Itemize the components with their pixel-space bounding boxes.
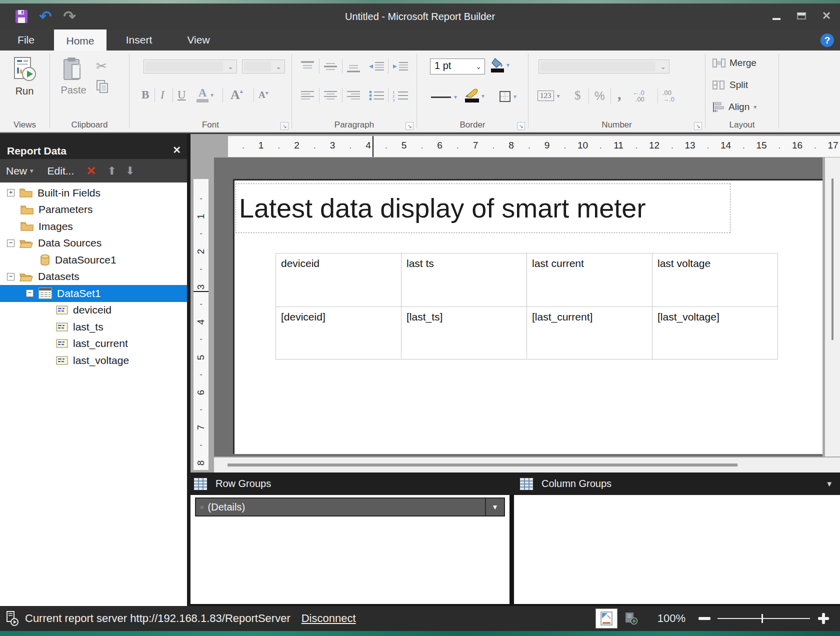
number-dialog-launcher[interactable]: ↘ xyxy=(694,122,702,130)
run-button[interactable]: Run xyxy=(6,56,43,97)
row-group-menu-button[interactable]: ▼ xyxy=(485,498,504,516)
bold-button[interactable]: B xyxy=(142,88,149,102)
move-up-button[interactable]: ⬆ xyxy=(107,164,116,178)
tab-home[interactable]: Home xyxy=(54,30,106,52)
tablix-header-cell[interactable]: last current xyxy=(527,254,652,307)
tablix-data-cell[interactable]: [last_ts] xyxy=(402,307,527,360)
comma-button[interactable]: , xyxy=(618,86,622,102)
expand-icon[interactable]: + xyxy=(7,189,14,196)
tree-item-parameters[interactable]: Parameters xyxy=(0,202,187,218)
align-center-button[interactable] xyxy=(323,90,338,102)
design-view-button[interactable] xyxy=(596,608,618,628)
tab-insert[interactable]: Insert xyxy=(114,30,164,50)
number-format-button[interactable]: 123 ▾ xyxy=(538,90,560,101)
border-dialog-launcher[interactable]: ↘ xyxy=(517,122,525,130)
merge-button[interactable]: Merge xyxy=(712,58,756,68)
collapse-icon[interactable]: − xyxy=(7,240,14,247)
column-groups-pane[interactable] xyxy=(514,495,840,604)
zoom-out-button[interactable] xyxy=(698,617,710,620)
shrink-font-button[interactable]: A▾ xyxy=(258,90,268,100)
copy-button[interactable] xyxy=(96,80,109,94)
redo-button[interactable]: ↷ xyxy=(61,8,78,24)
align-top-button[interactable] xyxy=(300,60,315,72)
tablix-data-cell[interactable]: [last_voltage] xyxy=(652,307,778,360)
font-family-select[interactable]: ⌄ xyxy=(144,60,237,74)
fill-color-button[interactable]: ▾ xyxy=(491,58,510,72)
borders-button[interactable]: ▾ xyxy=(499,90,516,102)
tablix-data-cell[interactable]: [last_current] xyxy=(527,307,652,360)
edit-button[interactable]: Edit... xyxy=(48,165,74,177)
panel-close-button[interactable]: ✕ xyxy=(172,144,181,156)
tree-item-field-last-voltage[interactable]: last_voltage xyxy=(0,352,187,369)
tree-item-dataset1-selected[interactable]: − DataSet1 xyxy=(0,285,187,302)
underline-button[interactable]: U xyxy=(178,88,186,102)
report-page[interactable]: Latest data display of smart meter devic… xyxy=(233,179,822,454)
tree-item-field-last-current[interactable]: last_current xyxy=(0,336,187,352)
border-color-button[interactable]: ▾ xyxy=(465,88,484,102)
tab-view[interactable]: View xyxy=(176,30,221,50)
delete-button[interactable]: ✕ xyxy=(86,164,96,178)
tree-item-datasource1[interactable]: DataSource1 xyxy=(0,252,187,268)
number-format-select[interactable]: ⌄ xyxy=(538,60,670,74)
report-title-textbox[interactable]: Latest data display of smart meter xyxy=(236,184,730,233)
zoom-in-button[interactable] xyxy=(818,613,829,624)
new-menu-button[interactable]: New xyxy=(6,165,27,177)
move-down-button[interactable]: ⬇ xyxy=(126,164,134,178)
increase-indent-button[interactable] xyxy=(392,60,409,72)
border-style-button[interactable]: ▾ xyxy=(431,94,457,100)
collapse-icon[interactable]: − xyxy=(26,290,34,297)
tablix-data-cell[interactable]: [deviceid] xyxy=(276,307,402,360)
paste-button[interactable]: Paste xyxy=(55,56,92,96)
increase-decimal-button[interactable]: ←.0 .00 xyxy=(632,90,644,102)
tab-file[interactable]: File xyxy=(6,30,46,50)
undo-button[interactable]: ↶ xyxy=(37,8,54,24)
tree-item-field-deviceid[interactable]: deviceid xyxy=(0,302,187,319)
tree-item-field-last-ts[interactable]: last_ts xyxy=(0,318,187,336)
align-left-button[interactable] xyxy=(300,90,315,102)
zoom-slider-thumb[interactable] xyxy=(762,614,763,623)
align-bottom-button[interactable] xyxy=(346,62,361,74)
horizontal-scrollbar-thumb[interactable] xyxy=(228,464,738,466)
italic-button[interactable]: I xyxy=(160,88,164,102)
vertical-scrollbar[interactable] xyxy=(825,158,840,456)
numbered-list-button[interactable]: 123 xyxy=(392,90,409,102)
horizontal-scrollbar[interactable] xyxy=(214,458,840,472)
tree-item-data-sources[interactable]: − Data Sources xyxy=(0,235,187,252)
tablix-header-cell[interactable]: last ts xyxy=(402,254,527,307)
tablix-header-cell[interactable]: last voltage xyxy=(652,254,778,307)
tablix-header-cell[interactable]: deviceid xyxy=(276,254,402,307)
decrease-indent-button[interactable] xyxy=(368,60,385,72)
tree-item-datasets[interactable]: − Datasets xyxy=(0,268,187,286)
row-group-details-item[interactable]: ≡ (Details) ▼ xyxy=(195,498,505,516)
zoom-slider[interactable] xyxy=(718,618,810,619)
border-width-select[interactable]: 1 pt ⌄ xyxy=(430,58,485,74)
run-view-button[interactable] xyxy=(620,608,642,628)
collapse-icon[interactable]: − xyxy=(7,273,14,280)
save-button[interactable] xyxy=(13,8,30,24)
font-dialog-launcher[interactable]: ↘ xyxy=(280,122,288,130)
row-groups-pane[interactable]: ≡ (Details) ▼ xyxy=(190,495,510,604)
tree-item-built-in-fields[interactable]: + Built-in Fields xyxy=(0,184,187,202)
split-button[interactable]: Split xyxy=(712,80,748,90)
font-color-button[interactable]: A ▾ xyxy=(196,88,214,102)
maximize-button[interactable] xyxy=(795,10,808,22)
paragraph-dialog-launcher[interactable]: ↘ xyxy=(406,122,414,130)
disconnect-link[interactable]: Disconnect xyxy=(302,612,356,625)
percent-button[interactable]: % xyxy=(594,90,604,103)
close-button[interactable]: ✕ xyxy=(820,10,833,22)
minimize-button[interactable] xyxy=(770,10,783,22)
align-middle-button[interactable] xyxy=(323,60,338,72)
font-size-select[interactable]: ⌄ xyxy=(242,60,285,74)
decrease-decimal-button[interactable]: .00 →.0 xyxy=(662,90,674,102)
grow-font-button[interactable]: A▴ xyxy=(230,88,243,102)
align-button[interactable]: Align ▾ xyxy=(712,102,756,112)
cut-button[interactable]: ✂ xyxy=(96,58,107,74)
currency-button[interactable]: $ xyxy=(574,88,581,102)
vertical-scrollbar-thumb[interactable] xyxy=(832,178,834,340)
help-button[interactable]: ? xyxy=(820,34,834,47)
tablix[interactable]: deviceidlast tslast currentlast voltage[… xyxy=(276,253,778,360)
tree-item-images[interactable]: Images xyxy=(0,218,187,235)
grouping-pane-collapse-button[interactable]: ▼ xyxy=(826,480,833,488)
bullet-list-button[interactable] xyxy=(368,90,385,102)
align-right-button[interactable] xyxy=(346,90,361,102)
